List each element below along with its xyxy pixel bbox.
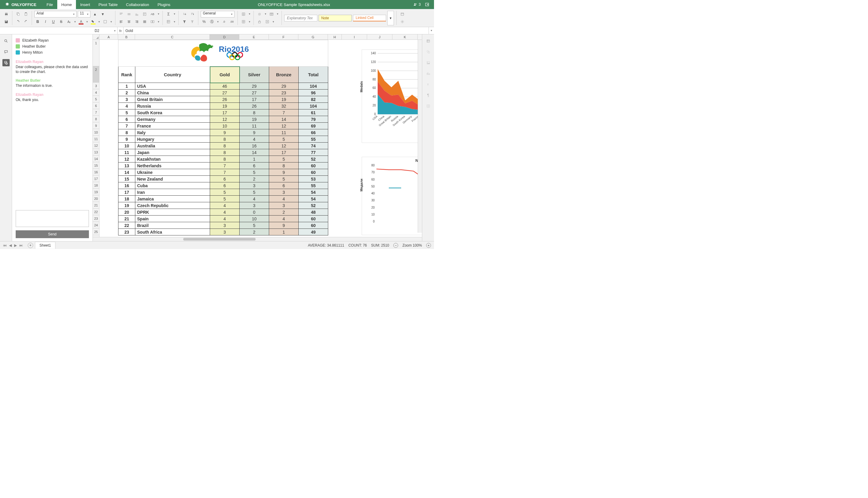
column-header[interactable]: A <box>99 34 118 39</box>
fill-color-button[interactable] <box>90 18 96 25</box>
cell-rank[interactable]: 20 <box>118 209 135 215</box>
table-row[interactable]: 16Cuba63655 <box>118 182 328 189</box>
cell-silver[interactable]: 29 <box>240 83 269 90</box>
cell-rank[interactable]: 5 <box>118 109 135 116</box>
cell-gold[interactable]: 6 <box>210 182 240 189</box>
comments-button[interactable] <box>2 48 10 55</box>
cell-gold[interactable]: 5 <box>210 189 240 196</box>
cell-silver[interactable]: 3 <box>240 182 269 189</box>
cell-bronze[interactable]: 12 <box>269 143 299 149</box>
row-header[interactable]: 5 <box>93 96 99 103</box>
cell-gold[interactable]: 4 <box>210 209 240 215</box>
cell-silver[interactable]: 0 <box>240 209 269 215</box>
row-header[interactable]: 1 <box>93 40 99 66</box>
grid-body[interactable]: 1234567891011121314151617181920212223242… <box>93 40 422 237</box>
column-header[interactable]: I <box>342 34 367 39</box>
cell-silver[interactable]: 27 <box>240 90 269 96</box>
cell-silver[interactable]: 2 <box>240 229 269 235</box>
row-header[interactable]: 11 <box>93 136 99 142</box>
cell-rank[interactable]: 22 <box>118 222 135 229</box>
cell-gold[interactable]: 8 <box>210 143 240 149</box>
tab-insert[interactable]: Insert <box>76 0 94 9</box>
tab-collaboration[interactable]: Collaboration <box>122 0 153 9</box>
row-header[interactable]: 13 <box>93 149 99 156</box>
borders-button[interactable] <box>102 18 108 25</box>
italic-button[interactable]: I <box>42 18 49 25</box>
table-row[interactable]: 1USA462929104 <box>118 83 328 90</box>
th-country[interactable]: Country <box>135 67 210 83</box>
bold-button[interactable]: B <box>35 18 41 25</box>
row-header[interactable]: 3 <box>93 82 99 89</box>
cell-country[interactable]: Great Britain <box>135 96 210 103</box>
cell-total[interactable]: 54 <box>299 189 328 196</box>
send-button[interactable]: Send <box>16 230 89 238</box>
sort-asc-button[interactable] <box>181 11 188 17</box>
cell-silver[interactable]: 6 <box>240 162 269 169</box>
cell-total[interactable]: 69 <box>299 123 328 129</box>
view-settings-button[interactable] <box>399 11 406 17</box>
cell-rank[interactable]: 7 <box>118 123 135 129</box>
cell-rank[interactable]: 10 <box>118 143 135 149</box>
cell-settings-button[interactable] <box>264 18 271 25</box>
row-header[interactable]: 17 <box>93 175 99 182</box>
chart-settings-button[interactable] <box>425 70 432 77</box>
cell-country[interactable]: Brazil <box>135 222 210 229</box>
cell-country[interactable]: Czech Republic <box>135 202 210 209</box>
cell-gold[interactable]: 10 <box>210 123 240 129</box>
cell-country[interactable]: USA <box>135 83 210 90</box>
pivot-settings-button[interactable] <box>425 103 432 110</box>
cell-country[interactable]: Russia <box>135 103 210 109</box>
tab-pivot-table[interactable]: Pivot Table <box>94 0 122 9</box>
insert-cells-button[interactable] <box>240 11 247 17</box>
strikethrough-button[interactable]: S <box>58 18 65 25</box>
decrease-font-button[interactable]: ▼ <box>99 11 106 17</box>
cell-rank[interactable]: 12 <box>118 156 135 162</box>
cell-country[interactable]: Germany <box>135 116 210 123</box>
formula-bar-expand[interactable]: ▼ <box>429 27 434 34</box>
cell-rank[interactable]: 18 <box>118 196 135 202</box>
cell-silver[interactable]: 5 <box>240 189 269 196</box>
cell-rank[interactable]: 6 <box>118 116 135 123</box>
chart-medals-area[interactable]: Medals 140120100806040200 USAChinaGreat … <box>362 50 422 143</box>
percent-button[interactable]: % <box>201 18 208 25</box>
cell-rank[interactable]: 19 <box>118 202 135 209</box>
increase-font-button[interactable]: ▲ <box>92 11 98 17</box>
merge-button[interactable] <box>149 18 156 25</box>
align-left-button[interactable] <box>118 18 124 25</box>
image-settings-button[interactable] <box>425 59 432 66</box>
cell-rank[interactable]: 23 <box>118 229 135 235</box>
table-row[interactable]: 2China27272396 <box>118 90 328 96</box>
row-header[interactable]: 16 <box>93 169 99 175</box>
cell-bronze[interactable]: 3 <box>269 189 299 196</box>
zoom-level[interactable]: Zoom 100% <box>402 243 422 248</box>
vertical-scrollbar[interactable] <box>418 40 422 233</box>
cell-gold[interactable]: 27 <box>210 90 240 96</box>
cell-silver[interactable]: 11 <box>240 123 269 129</box>
cell-bronze[interactable]: 9 <box>269 169 299 176</box>
th-silver[interactable]: Silver <box>240 67 269 83</box>
row-header[interactable]: 6 <box>93 103 99 109</box>
cell-total[interactable]: 60 <box>299 162 328 169</box>
cell-total[interactable]: 82 <box>299 96 328 103</box>
cell-total[interactable]: 60 <box>299 222 328 229</box>
table-row[interactable]: 14Ukraine75960 <box>118 169 328 176</box>
cell-gold[interactable]: 4 <box>210 215 240 222</box>
th-total[interactable]: Total <box>299 67 328 83</box>
cell-bronze[interactable]: 12 <box>269 123 299 129</box>
number-format-select[interactable]: General▼ <box>201 11 235 17</box>
cell-style-more[interactable]: ▾ <box>387 11 394 25</box>
column-header[interactable]: D <box>210 34 239 39</box>
cell-silver[interactable]: 8 <box>240 109 269 116</box>
cell-bronze[interactable]: 6 <box>269 182 299 189</box>
row-header[interactable]: 20 <box>93 195 99 202</box>
cell-silver[interactable]: 19 <box>240 116 269 123</box>
cell-country[interactable]: Hungary <box>135 136 210 143</box>
align-center-button[interactable] <box>126 18 132 25</box>
cell-gold[interactable]: 6 <box>210 176 240 182</box>
cell-country[interactable]: Italy <box>135 129 210 136</box>
font-name-select[interactable]: Arial▼ <box>35 11 77 17</box>
cell-rank[interactable]: 3 <box>118 96 135 103</box>
cell-country[interactable]: Netherlands <box>135 162 210 169</box>
cell-settings-panel-button[interactable] <box>425 37 432 44</box>
row-header[interactable]: 4 <box>93 89 99 96</box>
